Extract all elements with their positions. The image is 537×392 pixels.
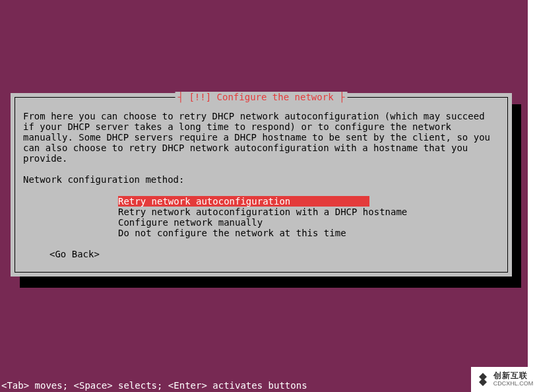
option-retry-autoconfig-hostname[interactable]: Retry network autoconfiguration with a D… — [118, 207, 499, 217]
watermark-logo-icon — [475, 372, 491, 387]
right-edge — [528, 0, 537, 392]
option-configure-manually[interactable]: Configure network manually — [118, 217, 499, 228]
watermark-text: 创新互联 CDCXHL.COM — [493, 372, 534, 387]
title-text: Configure the network — [211, 92, 333, 102]
title-prefix: ┤ — [178, 92, 189, 102]
dialog-prompt: Network configuration method: — [23, 174, 499, 185]
configure-network-dialog: ┤ [!!] Configure the network ├ From here… — [11, 93, 512, 277]
go-back-button[interactable]: <Go Back> — [49, 249, 499, 259]
dialog-description: From here you can choose to retry DHCP n… — [23, 111, 499, 164]
watermark: 创新互联 CDCXHL.COM — [471, 367, 537, 392]
watermark-brand: 创新互联 — [493, 371, 528, 380]
dialog-border: ┤ [!!] Configure the network ├ From here… — [15, 97, 508, 273]
dialog-title: ┤ [!!] Configure the network ├ — [175, 92, 348, 102]
dialog-content: From here you can choose to retry DHCP n… — [15, 98, 507, 267]
watermark-sub: CDCXHL.COM — [493, 380, 534, 387]
help-bar: <Tab> moves; <Space> selects; <Enter> ac… — [0, 380, 528, 391]
options-list: Retry network autoconfiguration Retry ne… — [118, 196, 499, 238]
title-marker: [!!] — [189, 92, 211, 102]
option-do-not-configure[interactable]: Do not configure the network at this tim… — [118, 228, 499, 238]
installer-screen: ┤ [!!] Configure the network ├ From here… — [0, 0, 528, 392]
option-retry-autoconfig[interactable]: Retry network autoconfiguration — [118, 196, 369, 207]
title-suffix: ├ — [334, 92, 345, 102]
